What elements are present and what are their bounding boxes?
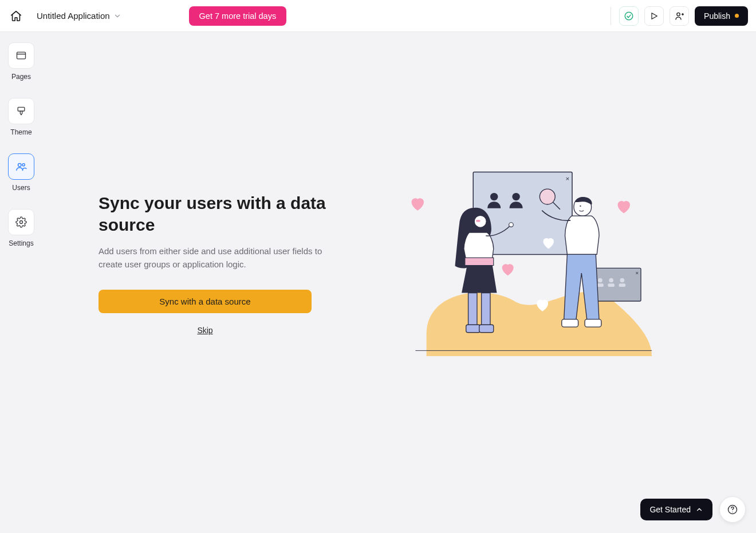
gear-icon <box>15 216 27 228</box>
sidebar-item-users[interactable]: Users <box>8 153 34 192</box>
sidebar-item-pages[interactable]: Pages <box>8 42 34 81</box>
text-column: Sync your users with a data source Add u… <box>99 101 328 335</box>
app-name-dropdown[interactable]: Untitled Application <box>33 9 125 23</box>
svg-rect-29 <box>468 293 477 326</box>
app-header: Untitled Application Get 7 more trial da… <box>0 0 756 32</box>
svg-point-9 <box>22 164 25 166</box>
play-icon <box>649 11 659 21</box>
sidebar: Pages Theme Users Settings <box>0 32 42 533</box>
svg-rect-7 <box>18 107 25 111</box>
svg-text:×: × <box>565 175 569 182</box>
svg-rect-31 <box>466 325 481 332</box>
sidebar-item-label: Pages <box>11 73 31 81</box>
svg-point-38 <box>732 512 733 512</box>
svg-rect-5 <box>17 52 26 59</box>
paint-brush-icon <box>15 105 27 117</box>
home-button[interactable] <box>8 8 24 24</box>
svg-point-21 <box>490 193 498 200</box>
publish-label: Publish <box>704 11 730 21</box>
svg-point-14 <box>609 278 613 283</box>
header-actions: Publish <box>611 6 748 26</box>
app-name-text: Untitled Application <box>37 11 110 21</box>
home-icon <box>10 10 22 22</box>
publish-button[interactable]: Publish <box>695 6 748 26</box>
svg-rect-15 <box>608 283 615 287</box>
illustration-column: × × <box>362 101 700 362</box>
sync-button[interactable]: Sync with a data source <box>99 290 312 313</box>
svg-point-33 <box>580 206 581 207</box>
check-circle-icon <box>624 11 634 21</box>
svg-point-10 <box>20 221 23 224</box>
users-illustration: × × <box>393 164 668 362</box>
svg-rect-27 <box>465 258 494 265</box>
skip-label: Skip <box>197 326 212 335</box>
get-started-label: Get Started <box>649 505 691 514</box>
sidebar-tile-settings <box>8 209 34 235</box>
main-area: Sync your users with a data source Add u… <box>42 32 756 533</box>
svg-rect-17 <box>619 283 626 287</box>
page-heading: Sync your users with a data source <box>99 192 328 235</box>
sidebar-item-label: Users <box>12 184 30 192</box>
svg-point-23 <box>540 189 555 204</box>
svg-rect-32 <box>479 325 494 332</box>
users-icon <box>15 160 27 173</box>
sidebar-item-label: Settings <box>9 239 33 247</box>
chevron-down-icon <box>113 12 121 20</box>
publish-status-dot <box>735 14 739 18</box>
trial-button[interactable]: Get 7 more trial days <box>189 6 287 26</box>
chevron-up-icon <box>695 506 703 514</box>
sidebar-tile-users <box>8 153 34 180</box>
svg-point-8 <box>18 164 22 167</box>
sidebar-item-theme[interactable]: Theme <box>8 98 34 136</box>
divider <box>611 7 611 25</box>
svg-point-12 <box>598 278 603 283</box>
share-button[interactable] <box>670 6 689 26</box>
trial-label: Get 7 more trial days <box>199 11 277 21</box>
sidebar-item-settings[interactable]: Settings <box>8 209 34 247</box>
svg-marker-1 <box>652 13 657 19</box>
svg-text:×: × <box>635 270 639 276</box>
svg-point-2 <box>677 13 680 15</box>
help-icon <box>727 504 738 515</box>
svg-point-16 <box>620 278 625 283</box>
user-plus-icon <box>674 11 684 21</box>
svg-rect-34 <box>562 319 578 327</box>
svg-rect-13 <box>597 283 604 287</box>
sidebar-tile-pages <box>8 42 34 69</box>
svg-rect-30 <box>482 293 490 326</box>
floating-actions: Get Started <box>640 496 746 523</box>
preview-button[interactable] <box>644 6 664 26</box>
status-button[interactable] <box>619 6 639 26</box>
svg-point-28 <box>509 223 514 227</box>
svg-point-22 <box>512 193 519 200</box>
sidebar-tile-theme <box>8 98 34 124</box>
pages-icon <box>15 50 27 61</box>
page-description: Add users from either side and use addit… <box>99 244 328 271</box>
get-started-button[interactable]: Get Started <box>640 499 712 520</box>
content-row: Sync your users with a data source Add u… <box>99 32 700 533</box>
svg-rect-35 <box>585 319 601 327</box>
sync-button-label: Sync with a data source <box>159 297 250 306</box>
sidebar-item-label: Theme <box>10 128 32 136</box>
skip-link[interactable]: Skip <box>99 326 312 335</box>
svg-rect-26 <box>476 220 481 222</box>
svg-point-0 <box>625 12 633 20</box>
help-button[interactable] <box>719 496 746 523</box>
